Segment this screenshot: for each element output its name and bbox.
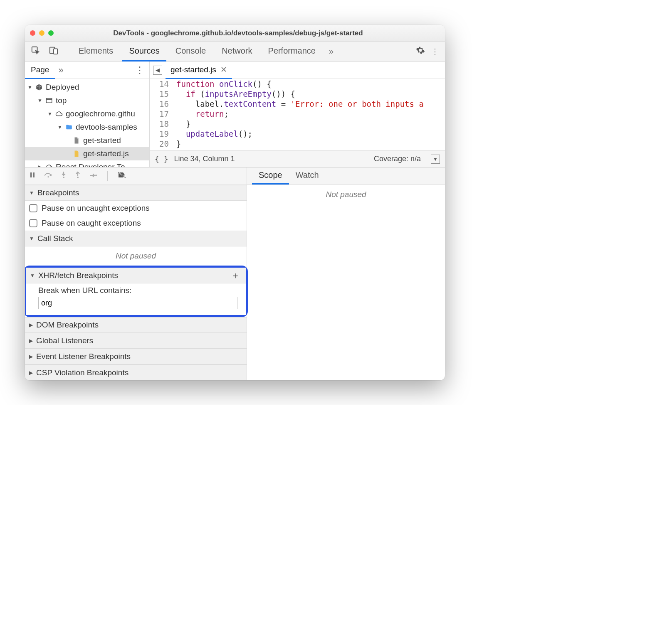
step-icon[interactable] [89, 172, 97, 180]
step-into-icon[interactable] [61, 171, 67, 181]
maximize-window-icon[interactable] [48, 30, 54, 36]
code-content: function onClick() { if (inputsAreEmpty(… [173, 79, 445, 150]
editor-tab-label: get-started.js [170, 65, 216, 74]
kebab-menu-icon[interactable]: ⋮ [429, 47, 441, 57]
editor-pane: ◀ get-started.js ✕ 141516171819202122 fu… [150, 62, 445, 167]
inspect-element-icon[interactable] [29, 46, 42, 57]
tree-deployed[interactable]: Deployed [25, 81, 149, 94]
tab-performance[interactable]: Performance [262, 42, 323, 62]
scope-not-paused: Not paused [247, 185, 445, 204]
close-window-icon[interactable] [30, 30, 35, 36]
watch-tab[interactable]: Watch [289, 167, 326, 185]
document-icon [72, 137, 81, 144]
editor-status-bar: { } Line 34, Column 1 Coverage: n/a ▼ [150, 150, 445, 167]
navigator-menu-icon[interactable]: ⋮ [130, 65, 149, 76]
code-editor[interactable]: 141516171819202122 function onClick() { … [150, 79, 445, 150]
section-title: Call Stack [37, 234, 73, 243]
pretty-print-icon[interactable]: { } [155, 155, 168, 163]
csp-violation-bp-head[interactable]: ▶CSP Violation Breakpoints [25, 364, 247, 380]
toggle-navigator-icon[interactable]: ◀ [153, 66, 162, 75]
coverage-toggle-icon[interactable]: ▼ [431, 155, 440, 164]
device-toolbar-icon[interactable] [47, 46, 60, 57]
step-over-icon[interactable] [44, 172, 52, 180]
navigator-pane: Page » ⋮ Deployed top [25, 62, 150, 167]
xhr-url-input[interactable] [38, 297, 237, 309]
svg-rect-4 [30, 172, 32, 177]
tree-label: top [56, 96, 67, 105]
tab-sources[interactable]: Sources [122, 42, 166, 62]
tree-label: React Developer To [56, 162, 125, 167]
tree-domain[interactable]: googlechrome.githu [25, 107, 149, 121]
tree-file-js[interactable]: get-started.js [25, 147, 149, 160]
global-listeners-head[interactable]: ▶Global Listeners [25, 333, 247, 349]
settings-gear-icon[interactable] [414, 46, 427, 57]
tree-label: devtools-samples [76, 123, 137, 132]
tab-console[interactable]: Console [169, 42, 212, 62]
xhr-input-label: Break when URL contains: [38, 286, 237, 295]
section-title: XHR/fetch Breakpoints [38, 271, 118, 280]
dom-breakpoints-head[interactable]: ▶DOM Breakpoints [25, 317, 247, 333]
scope-tab[interactable]: Scope [252, 167, 289, 185]
section-title: Event Listener Breakpoints [36, 352, 131, 361]
window-title: DevTools - googlechrome.github.io/devtoo… [57, 29, 440, 37]
minimize-window-icon[interactable] [39, 30, 44, 36]
tree-top[interactable]: top [25, 94, 149, 107]
section-title: Breakpoints [37, 188, 79, 197]
xhr-section-head[interactable]: ▼XHR/fetch Breakpoints ＋ [26, 268, 246, 283]
section-title: Global Listeners [36, 336, 93, 345]
checkbox-label: Pause on caught exceptions [42, 219, 141, 228]
callstack-not-paused: Not paused [25, 246, 247, 266]
add-xhr-breakpoint-icon[interactable]: ＋ [229, 269, 242, 282]
cursor-position: Line 34, Column 1 [174, 155, 235, 163]
checkbox-icon[interactable] [29, 219, 37, 227]
tree-label: Deployed [46, 83, 79, 92]
main-tab-strip: Elements Sources Console Network Perform… [25, 42, 445, 62]
event-listener-bp-head[interactable]: ▶Event Listener Breakpoints [25, 349, 247, 364]
section-title: CSP Violation Breakpoints [36, 368, 128, 377]
tree-react-ext[interactable]: React Developer To [25, 160, 149, 167]
traffic-lights [30, 30, 54, 36]
section-title: DOM Breakpoints [36, 320, 99, 330]
tree-label: googlechrome.githu [66, 109, 135, 118]
js-file-icon [72, 150, 81, 158]
tree-label: get-started.js [83, 149, 129, 158]
tree-folder[interactable]: devtools-samples [25, 121, 149, 134]
devtools-window: DevTools - googlechrome.github.io/devtoo… [25, 25, 445, 380]
tab-elements[interactable]: Elements [72, 42, 120, 62]
tree-file-html[interactable]: get-started [25, 134, 149, 147]
pause-icon[interactable] [29, 172, 36, 180]
pause-caught-row[interactable]: Pause on caught exceptions [25, 216, 247, 231]
tree-label: get-started [83, 136, 121, 145]
tab-network[interactable]: Network [215, 42, 259, 62]
scope-watch-tabs: Scope Watch [247, 167, 445, 185]
svg-rect-2 [54, 49, 57, 54]
svg-point-9 [95, 175, 97, 176]
svg-point-6 [47, 176, 49, 177]
cube-icon [35, 84, 43, 91]
checkbox-icon[interactable] [29, 204, 37, 212]
xhr-breakpoints-highlight: ▼XHR/fetch Breakpoints ＋ Break when URL … [25, 266, 248, 317]
cloud-icon [55, 110, 63, 118]
folder-icon [65, 123, 73, 131]
coverage-label: Coverage: n/a [374, 155, 421, 163]
callstack-section-head[interactable]: ▼Call Stack [25, 231, 247, 246]
editor-tab[interactable]: get-started.js ✕ [166, 62, 232, 79]
navigator-more-icon[interactable]: » [55, 65, 67, 76]
debugger-toolbar [25, 167, 247, 185]
cloud-icon [45, 163, 53, 167]
line-gutter: 141516171819202122 [150, 79, 173, 150]
breakpoints-section-head[interactable]: ▼Breakpoints [25, 185, 247, 201]
pause-uncaught-row[interactable]: Pause on uncaught exceptions [25, 201, 247, 216]
navigator-tab-page[interactable]: Page [25, 62, 55, 79]
svg-rect-5 [33, 172, 35, 177]
close-tab-icon[interactable]: ✕ [220, 65, 227, 74]
titlebar: DevTools - googlechrome.github.io/devtoo… [25, 25, 445, 42]
debugger-left-column: ▼Breakpoints Pause on uncaught exception… [25, 167, 247, 380]
step-out-icon[interactable] [75, 171, 81, 181]
svg-point-8 [77, 177, 79, 178]
frame-icon [45, 97, 53, 104]
deactivate-breakpoints-icon[interactable] [118, 171, 126, 181]
more-tabs-icon[interactable]: » [325, 47, 338, 56]
debugger-right-column: Scope Watch Not paused [247, 167, 445, 380]
svg-point-7 [63, 177, 64, 178]
